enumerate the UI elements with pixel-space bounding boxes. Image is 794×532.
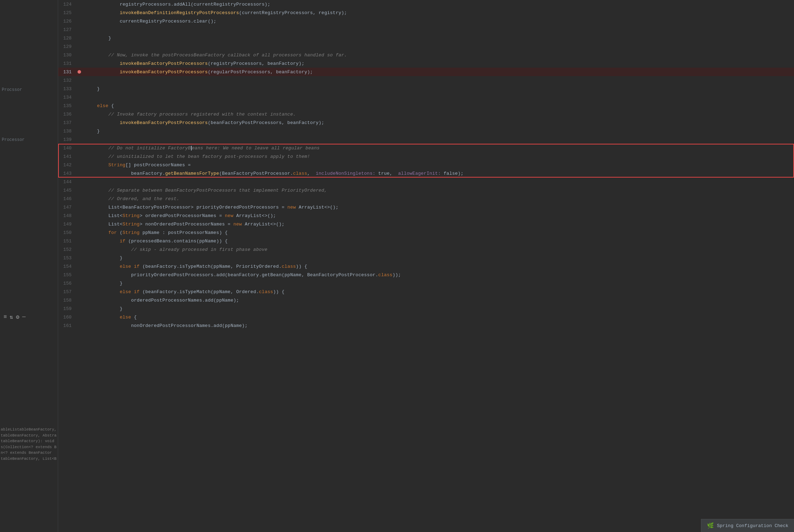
token: else [97,103,111,109]
token: } [97,86,100,92]
line-content: else if (beanFactory.isTypeMatch(ppName,… [83,264,307,269]
token: registryProcessors.addAll(currentRegistr… [120,2,270,7]
line-number: 145 [58,188,76,193]
token: // Do not initialize FactoryB [109,146,191,151]
code-line: 133 } [58,85,794,93]
line-number: 127 [58,27,76,32]
code-line: 150 for (String ppName : postProcessorNa… [58,228,794,237]
line-number: 124 [58,2,76,7]
minus-icon[interactable]: ─ [22,314,26,320]
code-line: 159 } [58,304,794,313]
line-content: } [83,306,123,311]
line-number: 138 [58,129,76,134]
code-line: 156 } [58,279,794,287]
code-area[interactable]: 124 registryProcessors.addAll(currentReg… [58,0,794,532]
token: ArrayList<>(); [296,205,339,210]
token: true, [375,171,398,176]
line-number: 143 [58,171,76,176]
token: getBeanNamesForType [165,171,219,176]
line-number: 155 [58,272,76,278]
token: } [120,281,123,286]
token: (regularPostProcessors, beanFactory); [208,69,313,75]
line-number: 136 [58,112,76,117]
line-number: 141 [58,154,76,159]
token: class [293,171,307,176]
code-line: 142 String[] postProcessorNames = [58,161,794,169]
token: class [282,264,296,269]
token: new [287,205,296,210]
code-line: 144 [58,178,794,186]
bottom-text-line-6: tableBeanFactory, List<B [1,456,57,462]
align-icon[interactable]: ≡ [4,314,7,320]
token: // Now, invoke the postProcessBeanFactor… [109,52,347,58]
spring-leaf-icon: 🌿 [707,522,714,529]
token: ArrayList<>(); [233,213,276,218]
token: eans here: We need to leave all regular … [192,146,320,151]
code-line: 161 nonOrderedPostProcessorNames.add(ppN… [58,321,794,330]
line-number: 125 [58,10,76,16]
token: false); [441,171,464,176]
line-content: } [83,129,100,134]
line-content: if (processedBeans.contains(ppName)) { [83,239,228,244]
token: (beanFactory.isTypeMatch(ppName, Priorit… [140,264,282,269]
token: )) { [273,289,284,295]
token: < [120,222,123,227]
token: for [109,230,117,235]
token: <BeanFactoryPostProcessor> priorityOrder… [120,205,288,210]
breakpoint-area[interactable] [76,70,83,74]
code-line: 157 else if (beanFactory.isTypeMatch(ppN… [58,287,794,296]
token: < [120,213,123,218]
line-content: // Ordered, and the rest. [83,196,179,202]
line-content: } [83,255,123,261]
token: // Ordered, and the rest. [109,196,180,202]
token: else [120,315,131,320]
token: } [97,129,100,134]
code-line: 143 beanFactory.getBeanNamesForType(Bean… [58,169,794,178]
code-line: 154 else if (beanFactory.isTypeMatch(ppN… [58,262,794,271]
token: { [131,315,137,320]
line-number: 161 [58,323,76,328]
line-number: 153 [58,255,76,261]
token: // skip - already processed in first pha… [131,247,267,252]
code-line: 155 priorityOrderedPostProcessors.add(be… [58,271,794,279]
token: [] postProcessorNames = [125,162,191,168]
line-number: 147 [58,205,76,210]
token: orderedPostProcessorNames.add(ppName); [131,298,239,303]
code-line: 129 [58,42,794,51]
line-number: 126 [58,19,76,24]
line-number: 142 [58,162,76,168]
line-content: // uninitialized to let the bean factory… [83,154,310,159]
line-content: nonOrderedPostProcessorNames.add(ppName)… [83,323,248,328]
code-line: 158 orderedPostProcessorNames.add(ppName… [58,296,794,304]
line-number: 152 [58,247,76,252]
code-line: 136 // Invoke factory processors registe… [58,110,794,118]
settings-icon[interactable]: ⚙ [16,314,19,321]
code-line: 128 } [58,34,794,42]
token: nonOrderedPostProcessorNames.add(ppName)… [131,323,248,328]
line-number: 139 [58,137,76,142]
line-number: 154 [58,264,76,269]
line-content: registryProcessors.addAll(currentRegistr… [83,2,270,7]
line-content: else if (beanFactory.isTypeMatch(ppName,… [83,289,284,295]
code-line: 145 // Separate between BeanFactoryPostP… [58,186,794,194]
token: String [123,213,140,218]
line-number: 128 [58,36,76,41]
line-number: 129 [58,44,76,49]
spring-config-badge[interactable]: 🌿 Spring Configuration Check [701,519,794,532]
token: )) { [296,264,307,269]
line-content: beanFactory.getBeanNamesForType(BeanFact… [83,171,463,176]
token: priorityOrderedPostProcessors.add(beanFa… [131,272,378,278]
line-number: 146 [58,196,76,202]
code-line: 153 } [58,254,794,262]
token: { [111,103,114,109]
line-content: // Invoke factory processors registered … [83,112,296,117]
format-icon[interactable]: ⇅ [10,314,13,321]
code-line: 160 else { [58,313,794,321]
line-number: 144 [58,179,76,185]
line-content: // Do not initialize FactoryBeans here: … [83,146,320,151]
code-line: 139 [58,135,794,144]
token: currentRegistryProcessors.clear(); [120,19,216,24]
code-line: 140 // Do not initialize FactoryBeans he… [58,144,794,152]
code-line: 149 List<String> nonOrderedPostProcessor… [58,220,794,228]
code-line: 151 if (processedBeans.contains(ppName))… [58,237,794,245]
